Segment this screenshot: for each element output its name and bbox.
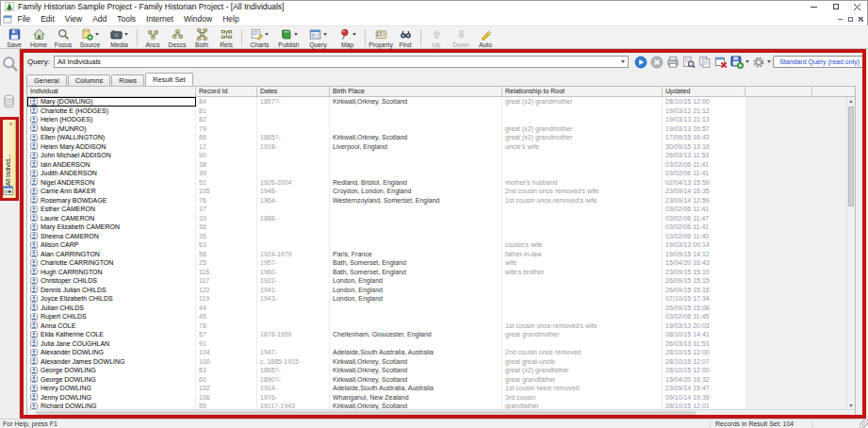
cell-individual[interactable]: Judith ANDERSON bbox=[27, 169, 196, 178]
cell-individual[interactable]: Alexander James DOWLING bbox=[27, 357, 196, 367]
mdi-restore-button[interactable] bbox=[848, 17, 853, 22]
table-row[interactable]: Alexander James DOWLING100c. 1885-1915Ki… bbox=[27, 357, 745, 367]
dropdown-caret-icon[interactable] bbox=[767, 60, 771, 63]
column-header-dates[interactable]: Dates bbox=[257, 87, 330, 96]
mdi-close-button[interactable] bbox=[859, 17, 863, 22]
cell-individual[interactable]: Anna COLE bbox=[27, 321, 196, 331]
print-button[interactable] bbox=[665, 55, 680, 69]
dropdown-caret-icon[interactable] bbox=[95, 33, 99, 36]
menu-help[interactable]: Help bbox=[218, 14, 244, 24]
cell-individual[interactable]: Carrie Ann BAKER bbox=[27, 187, 196, 196]
table-row[interactable]: George DOWLING831865?-Kirkwall,Orkney, S… bbox=[27, 366, 745, 375]
cell-individual[interactable]: Sheena CAMERON bbox=[27, 232, 196, 241]
column-header-record-id[interactable]: Record Id bbox=[196, 87, 257, 96]
preview-button[interactable] bbox=[681, 55, 696, 69]
cell-individual[interactable]: Esther CAMERON bbox=[27, 205, 196, 214]
table-row[interactable]: Ellen (WALLINGTON)861865?-Kirkwall,Orkne… bbox=[27, 133, 745, 142]
tab-rows[interactable]: Rows bbox=[111, 74, 144, 86]
cell-individual[interactable]: Alexander DOWLING bbox=[27, 348, 196, 357]
column-header-individual[interactable]: Individual bbox=[27, 87, 196, 96]
table-row[interactable]: Alexander DOWLING1041947-Adelaide,South … bbox=[27, 348, 745, 357]
menu-tools[interactable]: Tools bbox=[112, 14, 141, 24]
toolbar-save-button[interactable]: Save bbox=[2, 27, 26, 48]
toolbar-map-button[interactable]: Map bbox=[333, 27, 362, 48]
table-row[interactable]: Helen Mary ADDISON121918-Liverpool, Engl… bbox=[27, 142, 745, 152]
cell-individual[interactable]: Mary Elizabeth CAMERON bbox=[27, 222, 196, 232]
cell-individual[interactable]: Ellen (WALLINGTON) bbox=[27, 133, 196, 142]
toolbar-focus-button[interactable]: Focus bbox=[51, 27, 75, 48]
cell-individual[interactable]: Mary (MUNRO) bbox=[27, 124, 196, 134]
toolbar-find-button[interactable]: Find bbox=[393, 27, 418, 48]
cell-individual[interactable]: Alan CARRINGTON bbox=[27, 250, 196, 259]
column-header-birth-place[interactable]: Birth Place bbox=[330, 87, 502, 96]
mdi-document-icon[interactable] bbox=[3, 15, 12, 24]
toolbar-charts-button[interactable]: Charts bbox=[245, 27, 274, 48]
mdi-minimize-button[interactable] bbox=[838, 19, 843, 20]
menu-file[interactable]: File bbox=[12, 14, 36, 24]
toolbar-down-button[interactable]: Down bbox=[449, 27, 473, 48]
scroll-down-icon[interactable] bbox=[847, 402, 855, 409]
scrollbar-thumb[interactable] bbox=[848, 107, 854, 206]
table-row[interactable]: Alan CARRINGTON581924-1979Paris, Francef… bbox=[27, 250, 745, 259]
table-row[interactable]: Elda Katherine COLE571878-1959Cheltenham… bbox=[27, 330, 745, 339]
close-query-button[interactable] bbox=[713, 55, 729, 69]
toolbar-property-button[interactable]: Property bbox=[368, 27, 393, 48]
table-row[interactable]: Laurie CAMERON331888-03/02/06 11:47 bbox=[27, 214, 745, 223]
toolbar-both-button[interactable]: Both bbox=[189, 27, 214, 48]
table-row[interactable]: Sheena CAMERON3503/02/06 11:40 bbox=[27, 232, 745, 241]
menu-internet[interactable]: Internet bbox=[141, 14, 179, 24]
table-row[interactable]: Nigel ANDERSON511926-2004Redland, Bristo… bbox=[27, 178, 745, 188]
scroll-up-icon[interactable] bbox=[847, 97, 855, 105]
table-row[interactable]: Helen (HODGES)8219/03/13 21:13 bbox=[27, 115, 745, 124]
table-row[interactable]: John Michael ADDISON9026/03/13 11:53 bbox=[27, 151, 745, 160]
table-row[interactable]: Hugh CARRINGTON1161960-Bath, Somerset, E… bbox=[27, 268, 745, 277]
cell-individual[interactable]: George DOWLING bbox=[27, 375, 196, 385]
close-button[interactable] bbox=[846, 1, 868, 12]
tab-columns[interactable]: Columns bbox=[68, 74, 111, 86]
menu-edit[interactable]: Edit bbox=[36, 14, 60, 24]
run-button[interactable] bbox=[633, 55, 648, 69]
query-combobox[interactable]: All Individuals bbox=[54, 56, 629, 68]
table-row[interactable]: Judith ANDERSON3903/02/06 11:41 bbox=[27, 169, 745, 178]
menu-add[interactable]: Add bbox=[88, 14, 112, 24]
table-row[interactable]: Mary Elizabeth CAMERON3603/02/06 11:41 bbox=[27, 222, 745, 232]
cell-individual[interactable]: Christoper CHILDS bbox=[27, 276, 196, 286]
vertical-scrollbar[interactable] bbox=[846, 97, 855, 409]
dropdown-caret-icon[interactable] bbox=[352, 33, 356, 36]
stop-button[interactable] bbox=[649, 55, 664, 69]
cell-individual[interactable]: George DOWLING bbox=[27, 366, 196, 375]
dropdown-caret-icon[interactable] bbox=[265, 33, 269, 36]
table-row[interactable]: Charlotte CARRINGTON251957-Bath, Somerse… bbox=[27, 258, 745, 268]
toolbar-query-button[interactable]: Query bbox=[303, 27, 333, 48]
resize-grip[interactable] bbox=[860, 420, 868, 428]
copy-button[interactable] bbox=[697, 55, 712, 69]
dropdown-caret-icon[interactable] bbox=[745, 60, 749, 63]
tab-general[interactable]: General bbox=[26, 74, 67, 86]
combobox-dropdown-icon[interactable] bbox=[619, 60, 628, 63]
table-row[interactable]: Dennis Julian CHILDS1221941-London, Engl… bbox=[27, 286, 745, 295]
table-row[interactable]: Julian CHILDS4426/09/15 15:08 bbox=[27, 304, 745, 313]
dropdown-caret-icon[interactable] bbox=[294, 33, 298, 36]
cell-individual[interactable]: Julia Jane COUGHLAN bbox=[27, 339, 196, 349]
table-row[interactable]: Iain ANDERSON3803/02/06 11:41 bbox=[27, 160, 745, 170]
table-row[interactable]: Anna COLE781st cousin once-removed's wif… bbox=[27, 321, 745, 331]
dropdown-caret-icon[interactable] bbox=[124, 33, 128, 36]
cell-individual[interactable]: Rosemary BOWDAGE bbox=[27, 196, 196, 206]
toolbar-source-button[interactable]: Source bbox=[75, 27, 105, 48]
options-button[interactable] bbox=[751, 55, 772, 69]
toolbar-ancs-button[interactable]: Ancs bbox=[140, 27, 165, 48]
cell-individual[interactable]: Jenny DOWLING bbox=[27, 393, 196, 403]
cell-individual[interactable]: Rupert CHILDS bbox=[27, 312, 196, 321]
maximize-button[interactable] bbox=[825, 1, 846, 12]
table-row[interactable]: Mary (MUNRO)79great (x2) grandmother19/0… bbox=[27, 124, 745, 134]
cell-individual[interactable]: Nigel ANDERSON bbox=[27, 178, 196, 188]
tab-result-set[interactable]: Result Set bbox=[145, 73, 193, 86]
toolbar-rels-button[interactable]: Rels bbox=[214, 27, 238, 48]
standard-query-button[interactable]: Standard Query (read only) bbox=[773, 56, 866, 68]
cell-individual[interactable]: Julian CHILDS bbox=[27, 304, 196, 313]
toolbar-up-button[interactable]: Up bbox=[424, 27, 449, 48]
table-row[interactable]: Charlotte E (HODGES)8119/03/13 21:12 bbox=[27, 107, 745, 116]
table-row[interactable]: Christoper CHILDS1171922-London, England… bbox=[27, 276, 745, 286]
cell-individual[interactable]: Elda Katherine COLE bbox=[27, 330, 196, 339]
cell-individual[interactable]: Dennis Julian CHILDS bbox=[27, 286, 196, 295]
